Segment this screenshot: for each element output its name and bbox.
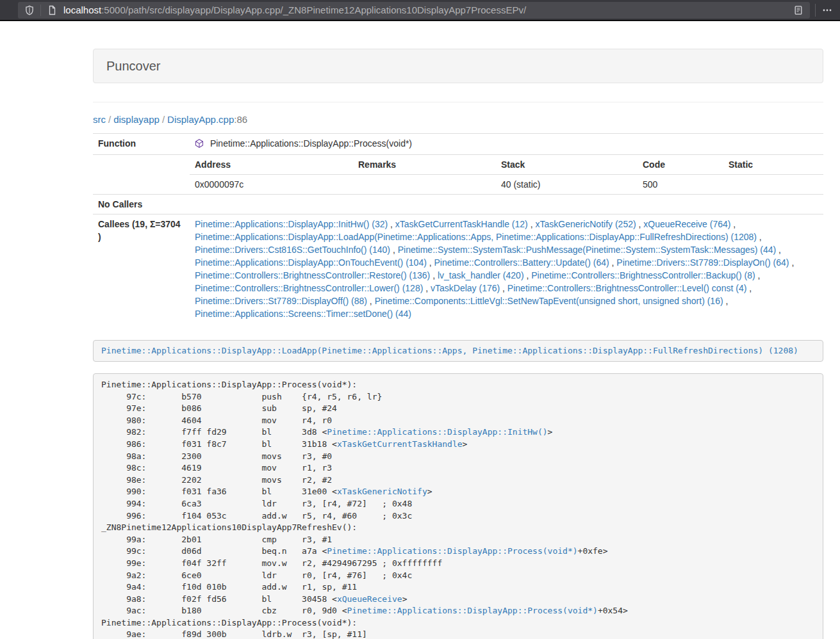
site-title[interactable]: Puncover	[106, 59, 161, 73]
reader-mode-icon[interactable]	[792, 4, 805, 17]
breadcrumb-link-displayapp[interactable]: displayapp	[113, 114, 160, 125]
callee-link[interactable]: Pinetime::Controllers::BrightnessControl…	[531, 270, 755, 280]
stats-table: Address Remarks Stack Code Static 0x0000…	[190, 155, 823, 194]
page-body: Puncover src/displayapp/DisplayApp.cpp:8…	[0, 49, 840, 639]
stats-header-code: Code	[638, 155, 723, 175]
loadapp-link[interactable]: Pinetime::Applications::DisplayApp::Load…	[101, 346, 798, 355]
breadcrumb-link-file[interactable]: DisplayApp.cpp	[167, 114, 234, 125]
no-callers-row: No Callers	[93, 195, 823, 214]
callee-link[interactable]: lv_task_handler (420)	[438, 270, 524, 280]
callee-link[interactable]: xTaskGenericNotify (252)	[535, 219, 636, 229]
url-path: :5000/path/src/displayapp/DisplayApp.cpp…	[101, 4, 526, 15]
cube-icon	[195, 140, 206, 150]
callee-link[interactable]: Pinetime::Components::LittleVgl::SetNewT…	[375, 296, 723, 306]
assembly-symbol-link[interactable]: xQueueReceive	[337, 594, 402, 604]
callee-link[interactable]: Pinetime::Applications::DisplayApp::Load…	[195, 232, 757, 242]
stats-value-address: 0x0000097c	[190, 175, 353, 195]
callee-link[interactable]: Pinetime::Applications::DisplayApp::OnTo…	[195, 257, 427, 268]
callee-link[interactable]: Pinetime::Drivers::Cst816S::GetTouchInfo…	[195, 245, 390, 255]
callee-link[interactable]: vTaskDelay (176)	[431, 283, 500, 293]
callee-link[interactable]: xQueueReceive (764)	[643, 219, 730, 229]
callees-label: Callees (19, Σ=3704 )	[93, 214, 190, 324]
assembly-symbol-link[interactable]: xTaskGetCurrentTaskHandle	[337, 439, 463, 449]
stats-value-code: 500	[638, 175, 723, 195]
stats-header-static: Static	[723, 155, 823, 175]
stats-value-stack: 40 (static)	[496, 175, 638, 195]
assembly-symbol-link[interactable]: Pinetime::Applications::DisplayApp::Proc…	[347, 606, 598, 615]
page-info-icon[interactable]	[45, 4, 58, 17]
breadcrumb-line-number: :86	[234, 114, 247, 125]
stats-values-row: 0x0000097c 40 (static) 500	[190, 175, 823, 195]
function-table: Function Pinetime::Applications::Display…	[93, 133, 823, 323]
site-header: Puncover	[93, 49, 823, 83]
overflow-menu-icon[interactable]	[821, 4, 834, 17]
breadcrumb: src/displayapp/DisplayApp.cpp:86	[93, 113, 823, 126]
breadcrumb-separator: /	[162, 114, 165, 125]
stats-header-address: Address	[190, 155, 353, 175]
breadcrumb-link-src[interactable]: src	[93, 114, 106, 125]
shield-icon[interactable]	[23, 4, 36, 17]
breadcrumb-separator: /	[108, 114, 111, 125]
assembly-listing: Pinetime::Applications::DisplayApp::Proc…	[93, 373, 823, 639]
stats-header-stack: Stack	[496, 155, 638, 175]
url-host: localhost	[63, 4, 101, 15]
urlbar-divider	[40, 4, 41, 16]
function-row: Function Pinetime::Applications::Display…	[93, 134, 823, 155]
url-text[interactable]: localhost:5000/path/src/displayapp/Displ…	[63, 4, 792, 15]
assembly-symbol-link[interactable]: xTaskGenericNotify	[337, 487, 427, 496]
callee-link[interactable]: Pinetime::Applications::DisplayApp::Init…	[195, 219, 388, 229]
callee-link[interactable]: Pinetime::Controllers::BrightnessControl…	[507, 283, 746, 293]
callee-link[interactable]: Pinetime::Controllers::BrightnessControl…	[195, 283, 423, 293]
stats-value-remarks	[353, 175, 496, 195]
callee-link[interactable]: Pinetime::Drivers::St7789::DisplayOff() …	[195, 296, 367, 306]
stats-value-static	[723, 175, 823, 195]
stats-header-remarks: Remarks	[353, 155, 496, 175]
callees-list: Pinetime::Applications::DisplayApp::Init…	[190, 214, 823, 324]
no-callers-label: No Callers	[93, 195, 190, 214]
function-label: Function	[93, 134, 190, 155]
callee-link[interactable]: Pinetime::Drivers::St7789::DisplayOn() (…	[616, 257, 789, 268]
callee-link[interactable]: Pinetime::Applications::Screens::Timer::…	[195, 309, 411, 319]
callees-row: Callees (19, Σ=3704 ) Pinetime::Applicat…	[93, 214, 823, 324]
assembly-symbol-link[interactable]: Pinetime::Applications::DisplayApp::Proc…	[327, 546, 577, 556]
callee-link[interactable]: Pinetime::Controllers::Battery::Update()…	[434, 257, 609, 268]
function-name: Pinetime::Applications::DisplayApp::Proc…	[210, 138, 412, 149]
browser-toolbar: localhost:5000/path/src/displayapp/Displ…	[0, 0, 840, 21]
stats-row: Address Remarks Stack Code Static 0x0000…	[93, 155, 823, 195]
assembly-symbol-link[interactable]: Pinetime::Applications::DisplayApp::Init…	[327, 427, 547, 437]
callee-link[interactable]: Pinetime::System::SystemTask::PushMessag…	[398, 245, 777, 255]
callee-link[interactable]: Pinetime::Controllers::BrightnessControl…	[195, 270, 430, 280]
callee-link[interactable]: xTaskGetCurrentTaskHandle (12)	[395, 219, 528, 229]
divider	[93, 102, 823, 102]
toolbar-divider	[815, 4, 816, 17]
loadapp-panel: Pinetime::Applications::DisplayApp::Load…	[93, 340, 823, 362]
url-bar[interactable]: localhost:5000/path/src/displayapp/Displ…	[18, 2, 810, 19]
